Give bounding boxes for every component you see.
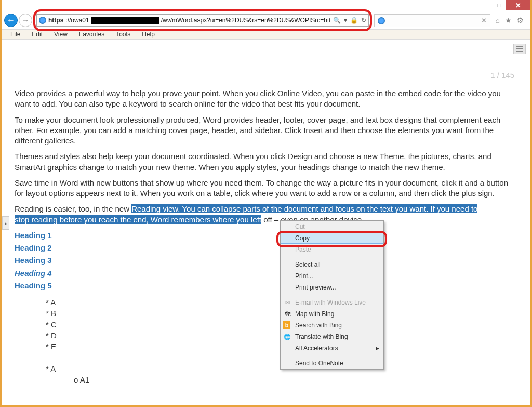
paragraph: Save time in Word with new buttons that … [15,178,517,199]
back-button[interactable]: ← [4,14,18,27]
ctx-translate-bing[interactable]: 🌐 Translate with Bing [281,331,383,343]
ctx-print[interactable]: Print... [281,270,383,282]
favorites-icon[interactable]: ★ [505,16,512,24]
tab-favicon-icon [378,17,385,24]
mail-icon: ✉ [283,298,291,307]
browser-navbar: ← → https://owa01 /wv/mWord.aspx?ui=en%2… [2,11,530,29]
ctx-email-windows-live: ✉ E-mail with Windows Live [281,297,383,308]
refresh-icon[interactable]: ↻ [361,17,366,24]
translate-icon: 🌐 [283,333,291,341]
tools-icon[interactable]: ⚙ [517,16,524,24]
tab-close-button[interactable]: ✕ [481,17,487,24]
heading-4: Heading 4 [15,268,517,279]
ctx-paste: Paste [281,244,383,255]
menu-favorites[interactable]: Favorites [74,30,110,39]
paragraph-selection: Reading is easier, too, in the new Readi… [15,204,517,225]
context-menu: Cut Copy Paste Select all Print... Print… [280,220,384,370]
paragraph: Video provides a powerful way to help yo… [15,88,517,110]
window-minimize-button[interactable]: — [479,0,493,10]
search-icon[interactable]: 🔍 [333,17,341,24]
ctx-map-bing[interactable]: 🗺 Map with Bing [281,308,383,320]
menu-file[interactable]: File [5,30,25,39]
selected-text: Reading view. You can collapse parts of … [131,204,477,213]
heading-3: Heading 3 [15,255,517,266]
menu-help[interactable]: Help [137,30,160,39]
ctx-send-to-onenote[interactable]: Send to OneNote [281,358,383,369]
menu-edit[interactable]: Edit [26,30,48,39]
heading-1: Heading 1 [15,230,517,241]
ctx-all-accelerators[interactable]: All Accelerators ▶ [281,343,383,354]
chevron-right-icon: ▶ [376,346,379,351]
map-icon: 🗺 [283,310,291,318]
ie-icon [39,17,46,24]
url-path: /wv/mWord.aspx?ui=en%2DUS&rs=en%2DUS&WOP… [161,17,331,24]
selected-text: stop reading before you reach the end, W… [15,215,261,224]
ctx-search-bing[interactable]: b Search with Bing [281,320,383,331]
bing-icon: b [283,321,290,329]
side-expand-button[interactable]: ▸ [2,216,9,230]
home-icon[interactable]: ⌂ [496,16,500,24]
heading-2: Heading 2 [15,243,517,253]
browser-menubar[interactable]: File Edit View Favorites Tools Help [2,29,530,40]
address-bar[interactable]: https://owa01 /wv/mWord.aspx?ui=en%2DUS&… [36,14,369,27]
paragraph: To make your document look professionall… [15,115,517,147]
ctx-select-all[interactable]: Select all [281,259,383,270]
ctx-cut: Cut [281,221,383,232]
page-counter: 1 / 145 [490,71,514,80]
browser-tab[interactable]: ✕ [374,14,490,27]
menu-tools[interactable]: Tools [111,30,136,39]
ctx-copy[interactable]: Copy [281,232,383,244]
forward-button[interactable]: → [19,14,32,27]
url-host: ://owa01 [65,17,89,24]
window-close-button[interactable]: ✕ [506,0,530,10]
menu-view[interactable]: View [49,30,73,39]
menu-toggle-button[interactable] [513,44,526,54]
url-redacted-segment [91,17,159,24]
heading-5: Heading 5 [15,281,517,291]
window-titlebar: — □ ✕ [2,0,530,11]
document-viewport: 1 / 145 ▸ Video provides a powerful way … [2,40,530,405]
document-body[interactable]: Video provides a powerful way to help yo… [15,88,517,405]
window-maximize-button[interactable]: □ [493,0,506,10]
list-item: o A1 [74,375,517,385]
paragraph: Themes and styles also help keep your do… [15,151,517,173]
lock-icon[interactable]: 🔒 [350,17,358,24]
url-scheme: https [48,17,63,24]
ctx-print-preview[interactable]: Print preview... [281,282,383,293]
